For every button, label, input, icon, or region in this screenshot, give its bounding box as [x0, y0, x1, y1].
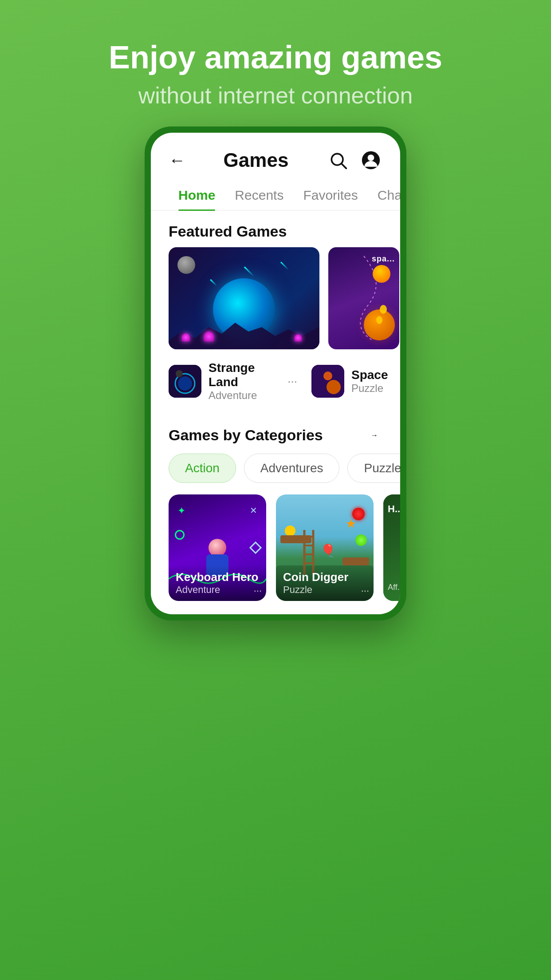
- meteor-1: [244, 267, 254, 277]
- cat-card-keyboard-hero[interactable]: ✦ ✕ Keyboard Hero Adventure ···: [169, 494, 266, 601]
- meteor-3: [280, 262, 289, 270]
- platform-2: [280, 535, 311, 543]
- chip-puzzle[interactable]: Puzzle: [347, 454, 400, 483]
- gem-item: [355, 534, 367, 546]
- tab-home[interactable]: Home: [169, 180, 225, 210]
- coin-item-1: [285, 526, 295, 536]
- planet-top: [373, 265, 390, 283]
- svg-point-8: [176, 370, 183, 377]
- space-food-image: spa...: [328, 247, 399, 349]
- keyboard-hero-more[interactable]: ···: [254, 585, 262, 597]
- terrain-svg: [169, 314, 319, 349]
- categories-header: Games by Categories →: [151, 414, 400, 451]
- svg-point-11: [323, 371, 332, 380]
- partial-genre: Aff...: [388, 583, 400, 592]
- top-bar-icons: [327, 149, 382, 172]
- phone-mockup: ← Games Home: [145, 126, 406, 620]
- tab-recents[interactable]: Recents: [225, 180, 293, 210]
- account-button[interactable]: [359, 149, 382, 172]
- strange-land-info: Strange Land Adventure ···: [169, 361, 301, 402]
- diamond-icon: [249, 541, 262, 554]
- categories-title: Games by Categories: [169, 427, 323, 444]
- keyboard-hero-name: Keyboard Hero: [176, 570, 259, 584]
- chip-action[interactable]: Action: [169, 454, 236, 483]
- page-title: Games: [224, 149, 289, 171]
- featured-title: Featured Games: [169, 223, 287, 240]
- featured-card-strange-land[interactable]: [169, 247, 319, 349]
- space-genre: Puzzle: [351, 382, 388, 395]
- chip-adventures[interactable]: Adventures: [244, 454, 340, 483]
- strange-land-image: [169, 247, 319, 349]
- circle-icon: [175, 530, 185, 540]
- mushroom-1: [182, 333, 190, 341]
- coin-digger-info: Coin Digger Puzzle: [276, 565, 374, 601]
- category-chips: Action Adventures Puzzle Strategy: [151, 451, 400, 494]
- svg-point-7: [178, 376, 192, 391]
- strange-land-thumb: [169, 365, 201, 398]
- keyboard-hero-info: Keyboard Hero Adventure: [169, 565, 266, 601]
- coin-digger-genre: Puzzle: [283, 584, 366, 596]
- top-bar: ← Games: [151, 133, 400, 180]
- planet-small: [177, 256, 195, 274]
- icon-topleft: ✦: [177, 505, 185, 517]
- star-item: [346, 519, 356, 529]
- partial-title: H...: [388, 503, 400, 515]
- svg-point-10: [327, 380, 341, 394]
- strange-land-text: Strange Land Adventure: [209, 361, 277, 402]
- cat-card-partial: H... Aff...: [383, 494, 400, 601]
- hero-section: Enjoy amazing games without internet con…: [109, 0, 442, 126]
- space-name: Space: [351, 368, 388, 382]
- search-button[interactable]: [327, 149, 350, 172]
- svg-line-1: [342, 164, 346, 168]
- strange-land-more[interactable]: ···: [284, 371, 301, 392]
- tab-challenges[interactable]: Challenges: [368, 180, 400, 210]
- tab-favorites[interactable]: Favorites: [293, 180, 367, 210]
- space-thumb: [311, 365, 344, 398]
- space-text: Space Puzzle: [351, 368, 388, 395]
- hero-subtitle: without internet connection: [109, 82, 442, 109]
- planet-orange: [364, 309, 395, 340]
- coin-digger-more[interactable]: ···: [361, 585, 369, 597]
- svg-rect-9: [311, 365, 344, 398]
- featured-card-space[interactable]: spa...: [328, 247, 399, 349]
- featured-header: Featured Games: [151, 210, 400, 247]
- platform-1: [342, 557, 369, 565]
- svg-point-3: [368, 154, 374, 161]
- coin-digger-name: Coin Digger: [283, 570, 366, 584]
- icon-topright: ✕: [250, 505, 257, 516]
- game-info-row: Strange Land Adventure ··· Space Puzzle: [151, 354, 400, 414]
- strange-land-genre: Adventure: [209, 389, 277, 402]
- strange-land-name: Strange Land: [209, 361, 277, 389]
- balloon-item: 🎈: [320, 543, 336, 558]
- back-button[interactable]: ←: [169, 151, 185, 170]
- cat-card-coin-digger[interactable]: 🎈 Coin Digger Puzzle ···: [276, 494, 374, 601]
- tab-bar: Home Recents Favorites Challenges: [151, 180, 400, 210]
- mushroom-2: [204, 332, 214, 341]
- space-thumb-svg: [311, 365, 344, 398]
- featured-scroll: spa...: [151, 247, 400, 354]
- keyboard-hero-genre: Adventure: [176, 584, 259, 596]
- category-cards: ✦ ✕ Keyboard Hero Adventure ···: [151, 494, 400, 614]
- heart-item: [352, 508, 365, 520]
- hero-title: Enjoy amazing games: [109, 40, 442, 75]
- categories-arrow[interactable]: →: [366, 427, 382, 443]
- mushroom-3: [295, 334, 302, 341]
- strange-land-thumb-svg: [169, 365, 201, 398]
- space-info: Space Puzzle: [311, 365, 382, 398]
- meteor-2: [210, 279, 217, 286]
- partial-card-bg: H... Aff...: [383, 494, 400, 601]
- phone-screen: ← Games Home: [151, 133, 400, 614]
